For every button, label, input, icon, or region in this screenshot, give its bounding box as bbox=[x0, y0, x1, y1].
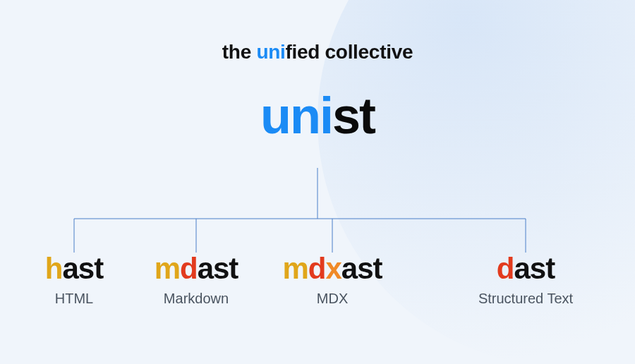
child-name-part: ast bbox=[341, 252, 382, 285]
child-name: dast bbox=[497, 254, 555, 284]
child-name-part: ast bbox=[514, 252, 555, 285]
child-name-part: ast bbox=[198, 252, 238, 285]
child-node: mdxastMDX bbox=[282, 254, 382, 307]
root-node-label: unist bbox=[260, 90, 375, 141]
child-name-part: m bbox=[282, 252, 308, 285]
child-name-part: d bbox=[497, 252, 514, 285]
child-node: dastStructured Text bbox=[478, 254, 573, 307]
child-node: mdastMarkdown bbox=[155, 254, 238, 307]
child-name-part: d bbox=[180, 252, 198, 285]
child-name: hast bbox=[45, 254, 103, 284]
child-name: mdxast bbox=[282, 254, 382, 284]
tree-connectors bbox=[45, 168, 590, 260]
root-accent: uni bbox=[260, 87, 332, 144]
child-name-part: m bbox=[155, 252, 180, 285]
root-rest: st bbox=[332, 87, 375, 144]
child-subtitle: Markdown bbox=[164, 291, 229, 307]
child-name-part: ast bbox=[62, 252, 103, 285]
child-node: hastHTML bbox=[45, 254, 103, 307]
tagline-accent: uni bbox=[256, 41, 285, 63]
tagline-pre: the bbox=[222, 41, 257, 63]
child-subtitle: MDX bbox=[317, 291, 348, 307]
child-name-part: x bbox=[325, 252, 341, 285]
child-name-part: h bbox=[45, 252, 63, 285]
diagram-container: the unified collective unist hastHTMLmda… bbox=[0, 0, 635, 364]
child-name: mdast bbox=[155, 254, 238, 284]
child-subtitle: HTML bbox=[55, 291, 93, 307]
child-name-part: d bbox=[308, 252, 326, 285]
tagline: the unified collective bbox=[222, 41, 413, 63]
child-subtitle: Structured Text bbox=[478, 291, 573, 307]
tagline-post: fied collective bbox=[286, 41, 413, 63]
